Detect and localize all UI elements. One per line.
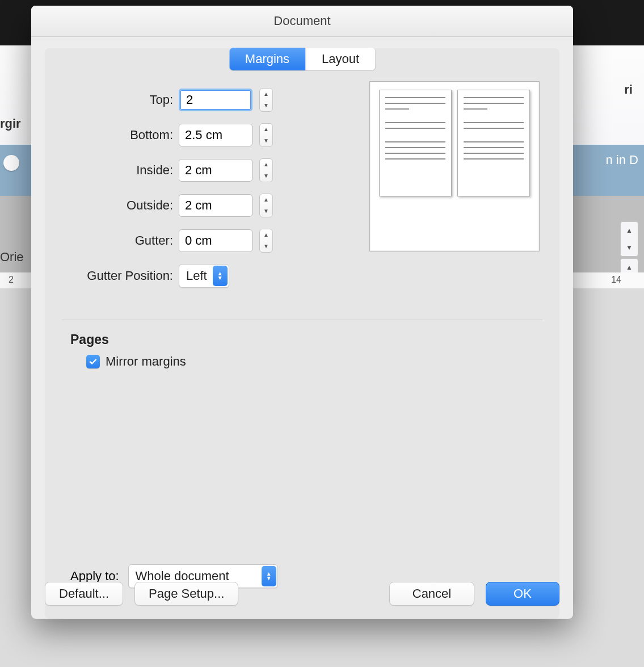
stepper-top[interactable]: ▲▼ bbox=[259, 88, 273, 112]
label-top: Top: bbox=[56, 93, 179, 107]
ok-button[interactable]: OK bbox=[486, 582, 559, 606]
chevron-up-icon: ▲ bbox=[263, 197, 269, 203]
stepper-bottom[interactable]: ▲▼ bbox=[259, 123, 273, 147]
ruler-mark-left: 2 bbox=[9, 275, 14, 285]
mirror-margins-label: Mirror margins bbox=[106, 354, 186, 369]
tab-margins[interactable]: Margins bbox=[229, 48, 305, 70]
cancel-button[interactable]: Cancel bbox=[389, 582, 474, 606]
page-setup-button[interactable]: Page Setup... bbox=[134, 582, 238, 606]
label-gutter: Gutter: bbox=[56, 233, 179, 248]
content-area: Top: ▲▼ Bottom: ▲▼ Inside: ▲▼ Outside: ▲… bbox=[56, 82, 548, 607]
section-divider bbox=[62, 320, 542, 320]
dialog-button-row: Default... Page Setup... Cancel OK bbox=[45, 581, 559, 606]
chevron-up-icon: ▲ bbox=[263, 162, 269, 167]
input-bottom[interactable] bbox=[179, 124, 252, 146]
chevron-up-icon: ▲ bbox=[263, 91, 269, 97]
input-inside[interactable] bbox=[179, 159, 252, 182]
bg-text-rgir: rgir bbox=[0, 116, 21, 131]
chevron-up-icon: ▲ bbox=[263, 232, 269, 238]
ruler-mark-right: 14 bbox=[611, 275, 621, 285]
tab-layout[interactable]: Layout bbox=[305, 48, 375, 70]
chevron-down-icon: ▼ bbox=[263, 138, 269, 144]
bg-toggle-knob bbox=[3, 155, 19, 171]
dialog-title: Document bbox=[31, 6, 573, 37]
label-outside: Outside: bbox=[56, 198, 179, 213]
chevron-down-icon: ▼ bbox=[263, 244, 269, 249]
input-outside[interactable] bbox=[179, 194, 252, 217]
dialog-body: Margins Layout bbox=[45, 48, 559, 619]
chevron-down-icon: ▼ bbox=[263, 103, 269, 108]
stepper-inside[interactable]: ▲▼ bbox=[259, 158, 273, 182]
input-top[interactable] bbox=[179, 89, 252, 111]
check-icon bbox=[89, 357, 98, 366]
bg-text-orie: Orie bbox=[0, 250, 24, 265]
bg-text-nind: n in D bbox=[606, 153, 638, 167]
input-gutter[interactable] bbox=[179, 229, 252, 252]
pages-heading: Pages bbox=[70, 332, 186, 347]
bg-text-ri: ri bbox=[624, 82, 633, 97]
stepper-gutter[interactable]: ▲▼ bbox=[259, 229, 273, 253]
mirror-margins-row: Mirror margins bbox=[70, 354, 186, 369]
document-dialog: Document Margins Layout bbox=[31, 6, 573, 619]
default-button[interactable]: Default... bbox=[45, 582, 123, 606]
select-gutter-position-value: Left bbox=[186, 269, 212, 283]
chevron-down-icon: ▼ bbox=[263, 208, 269, 214]
chevron-down-icon: ▼ bbox=[263, 173, 269, 179]
label-gutter-position: Gutter Position: bbox=[56, 269, 179, 283]
preview-page-left bbox=[379, 90, 452, 196]
bg-stepper-1: ▲▼ bbox=[620, 221, 638, 257]
margins-preview bbox=[369, 81, 540, 251]
stepper-outside[interactable]: ▲▼ bbox=[259, 194, 273, 217]
row-gutter-position: Gutter Position: Left ▲▼ bbox=[56, 258, 548, 293]
preview-page-right bbox=[457, 90, 530, 196]
label-bottom: Bottom: bbox=[56, 128, 179, 142]
tab-bar: Margins Layout bbox=[229, 48, 375, 70]
chevron-up-icon: ▲ bbox=[263, 127, 269, 132]
updown-icon: ▲▼ bbox=[213, 266, 228, 286]
label-inside: Inside: bbox=[56, 163, 179, 178]
select-gutter-position[interactable]: Left ▲▼ bbox=[179, 264, 229, 288]
mirror-margins-checkbox[interactable] bbox=[86, 355, 100, 368]
